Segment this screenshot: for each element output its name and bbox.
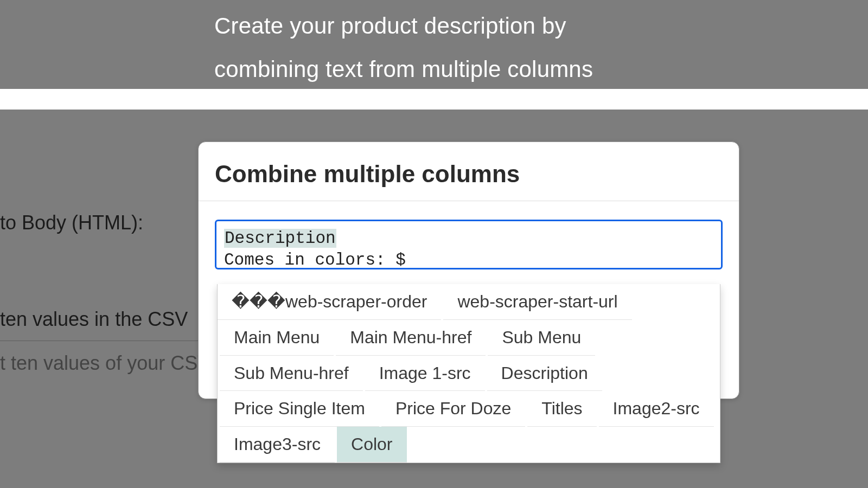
slide-heading-line2: combining text from multiple columns bbox=[214, 48, 593, 91]
column-option[interactable]: web-scraper-start-url bbox=[443, 284, 631, 320]
column-autocomplete-dropdown: ���web-scraper-orderweb-scraper-start-ur… bbox=[217, 284, 720, 463]
column-option[interactable]: Color bbox=[337, 427, 406, 463]
column-option[interactable]: Image2-src bbox=[599, 391, 714, 427]
column-option[interactable]: Main Menu-href bbox=[336, 320, 486, 356]
column-option[interactable]: Image3-src bbox=[220, 427, 335, 463]
slide-heading-line1: Create your product description by bbox=[214, 4, 593, 48]
modal-title: Combine multiple columns bbox=[199, 142, 739, 201]
column-option[interactable]: ���web-scraper-order bbox=[218, 284, 441, 320]
slide-heading: Create your product description by combi… bbox=[214, 4, 593, 91]
background-text-ten-values-2: t ten values of your CSV w bbox=[0, 352, 230, 375]
modal-separator bbox=[199, 201, 739, 201]
background-separator bbox=[0, 341, 198, 341]
textarea-token-highlight: Description bbox=[224, 229, 336, 248]
column-option[interactable]: Price Single Item bbox=[220, 391, 379, 427]
column-option[interactable]: Image 1-src bbox=[365, 356, 485, 391]
background-label-body: to Body (HTML): bbox=[0, 211, 143, 234]
template-textarea[interactable]: Description Comes in colors: $ bbox=[215, 220, 723, 269]
column-option[interactable]: Price For Doze bbox=[381, 391, 525, 427]
column-option[interactable]: Sub Menu-href bbox=[220, 356, 363, 391]
column-option[interactable]: Sub Menu bbox=[488, 320, 595, 356]
textarea-line-2: Comes in colors: $ bbox=[224, 249, 713, 269]
column-option[interactable]: Titles bbox=[527, 391, 596, 427]
background-text-ten-values-1: ten values in the CSV bbox=[0, 308, 188, 331]
white-strip bbox=[0, 89, 868, 110]
textarea-line-1: Description bbox=[224, 228, 713, 249]
column-option[interactable]: Main Menu bbox=[220, 320, 334, 356]
column-option[interactable]: Description bbox=[487, 356, 602, 391]
